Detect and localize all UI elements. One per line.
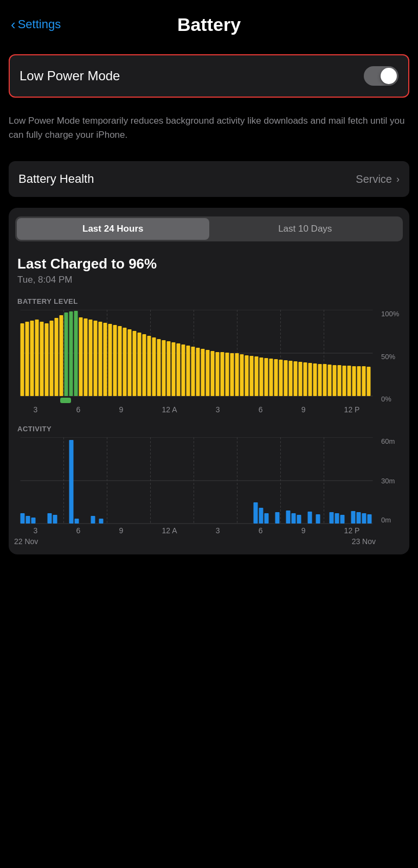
svg-rect-23 [84, 318, 88, 396]
svg-rect-103 [265, 513, 269, 524]
svg-rect-15 [45, 323, 49, 396]
svg-rect-11 [25, 322, 29, 396]
svg-rect-59 [260, 358, 263, 396]
activity-chart [14, 437, 379, 524]
charged-title: Last Charged to 96% [17, 256, 401, 272]
toggle-knob [381, 68, 397, 84]
svg-rect-67 [299, 362, 303, 396]
svg-rect-42 [177, 343, 181, 396]
act-x-9p: 9 [301, 526, 306, 535]
svg-rect-77 [348, 366, 351, 396]
battery-level-label: BATTERY LEVEL [14, 297, 404, 305]
svg-rect-34 [138, 333, 142, 396]
svg-rect-33 [133, 331, 137, 396]
svg-rect-64 [284, 360, 288, 396]
svg-rect-99 [91, 516, 95, 524]
x-label-3p: 3 [216, 405, 220, 414]
act-x-3a: 3 [34, 526, 38, 535]
svg-rect-43 [182, 344, 185, 396]
svg-rect-115 [362, 513, 366, 524]
svg-rect-70 [313, 363, 317, 396]
battery-health-row[interactable]: Battery Health Service › [9, 161, 409, 197]
svg-rect-68 [304, 362, 307, 396]
svg-rect-104 [275, 512, 280, 524]
battery-health-right: Service › [356, 173, 400, 186]
svg-rect-10 [21, 323, 24, 396]
battery-y-axis: 100% 50% 0% [379, 310, 404, 403]
svg-rect-12 [30, 321, 34, 396]
svg-rect-22 [79, 317, 83, 396]
act-x-12a: 12 A [162, 526, 177, 535]
time-range-tabs: Last 24 Hours Last 10 Days [15, 216, 403, 241]
svg-rect-63 [279, 360, 283, 396]
y-label-0m: 0m [381, 516, 402, 524]
low-power-mode-label: Low Power Mode [20, 68, 120, 84]
x-label-6p: 6 [259, 405, 263, 414]
x-label-9a: 9 [119, 405, 124, 414]
x-label-9p: 9 [301, 405, 306, 414]
svg-rect-38 [157, 339, 161, 396]
y-label-50: 50% [381, 353, 402, 361]
svg-rect-73 [328, 365, 332, 396]
svg-rect-40 [167, 341, 171, 396]
low-power-mode-toggle[interactable] [364, 66, 398, 86]
svg-rect-52 [226, 353, 229, 396]
low-power-mode-row[interactable]: Low Power Mode [9, 54, 409, 98]
svg-rect-114 [357, 512, 361, 524]
tab-24h[interactable]: Last 24 Hours [17, 218, 209, 240]
svg-rect-36 [147, 336, 151, 396]
svg-rect-102 [259, 508, 263, 524]
svg-rect-13 [35, 320, 39, 396]
svg-rect-95 [48, 513, 52, 524]
back-chevron-icon: ‹ [11, 17, 16, 31]
svg-rect-96 [53, 515, 57, 524]
svg-rect-109 [316, 514, 320, 524]
x-label-3a: 3 [34, 405, 38, 414]
svg-rect-60 [265, 358, 268, 396]
svg-rect-74 [333, 365, 337, 396]
svg-rect-69 [308, 363, 312, 396]
back-label: Settings [18, 17, 61, 31]
date-label-22nov: 22 Nov [14, 537, 195, 546]
svg-rect-61 [269, 359, 273, 396]
svg-rect-54 [235, 353, 239, 396]
svg-rect-16 [50, 321, 54, 396]
svg-rect-30 [118, 326, 122, 396]
svg-rect-111 [335, 513, 339, 524]
svg-rect-72 [323, 364, 327, 396]
svg-rect-44 [187, 346, 190, 396]
svg-rect-46 [196, 348, 200, 396]
battery-health-service: Service [356, 173, 392, 186]
svg-rect-106 [292, 513, 296, 524]
charging-indicator [60, 398, 71, 403]
svg-rect-17 [55, 318, 59, 396]
svg-rect-101 [254, 502, 258, 524]
svg-rect-19 [65, 312, 68, 396]
svg-rect-56 [245, 355, 249, 396]
tab-10d[interactable]: Last 10 Days [209, 218, 402, 240]
svg-rect-21 [74, 311, 78, 396]
svg-rect-62 [274, 359, 278, 396]
svg-rect-98 [75, 519, 79, 524]
battery-health-label: Battery Health [18, 172, 94, 186]
svg-rect-29 [113, 325, 117, 396]
svg-rect-94 [31, 518, 36, 524]
svg-rect-27 [104, 323, 107, 396]
x-label-6a: 6 [76, 405, 81, 414]
svg-rect-20 [69, 311, 73, 396]
svg-rect-26 [99, 322, 102, 396]
activity-label: ACTIVITY [14, 425, 404, 433]
svg-rect-116 [368, 514, 372, 524]
svg-rect-110 [330, 512, 334, 524]
svg-rect-113 [351, 511, 356, 524]
act-x-3p: 3 [216, 526, 220, 535]
svg-rect-55 [240, 354, 244, 396]
svg-rect-14 [40, 322, 44, 396]
back-button[interactable]: ‹ Settings [11, 17, 61, 31]
svg-rect-107 [297, 515, 301, 524]
battery-level-section: BATTERY LEVEL [9, 289, 409, 414]
svg-rect-93 [26, 516, 30, 524]
svg-rect-51 [221, 352, 224, 396]
chart-card: Last 24 Hours Last 10 Days Last Charged … [9, 208, 409, 554]
svg-rect-58 [255, 356, 259, 396]
